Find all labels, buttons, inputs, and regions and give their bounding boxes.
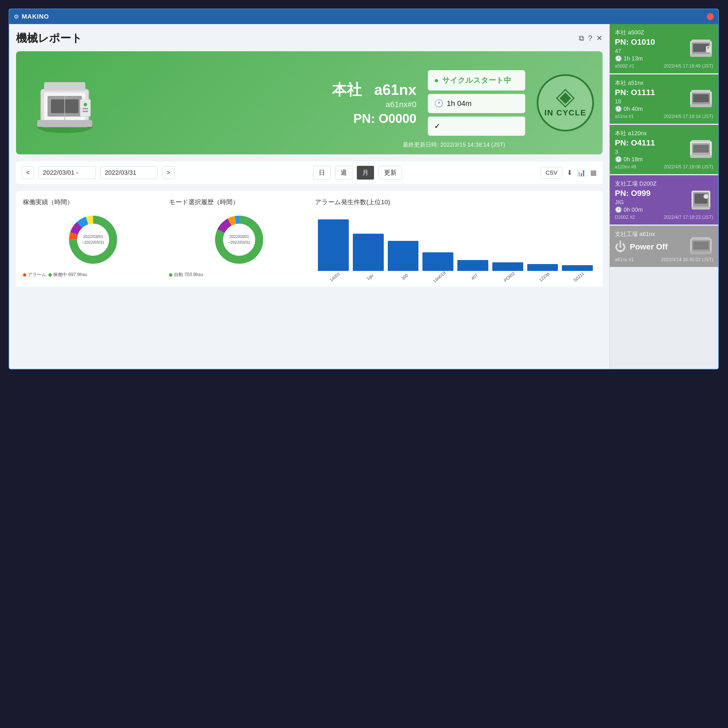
donut-chart-2: モード選択履歴（時間） 2022/03/01 ~2022/03 bbox=[169, 198, 309, 280]
csv-button[interactable]: CSV bbox=[541, 167, 562, 179]
mlc-count-2: 18 bbox=[615, 98, 655, 105]
svg-rect-27 bbox=[691, 40, 710, 42]
machine-info: 本社 a61nx a61nx#0 PN: O0000 bbox=[105, 80, 428, 126]
power-off-row: ⏻ Power Off bbox=[615, 240, 668, 253]
mlc-footer-4: D200Z #2 2022/4/7 17:19:23 (JST) bbox=[615, 215, 713, 220]
donut2-area: 2022/03/01 ~2022/03/31 bbox=[169, 211, 309, 268]
right-sidebar: 本社 a500Z PN: O1010 47 🕐 1h 13m bbox=[609, 24, 718, 369]
mlc-footer-5: a61nx #1 2022/4/14 16:45:02 (JST) bbox=[615, 257, 713, 262]
donut1-area: 2022/03/01 ~2022/03/31 bbox=[23, 211, 163, 268]
svg-rect-39 bbox=[691, 140, 710, 142]
date-end-input[interactable] bbox=[101, 167, 158, 179]
bar-1 bbox=[318, 219, 349, 271]
copy-icon[interactable]: ⧉ bbox=[579, 34, 584, 43]
period-week-button[interactable]: 週 bbox=[335, 166, 352, 180]
mlc-footer-2: a51nx #1 2022/4/5 17:19:14 (JST) bbox=[615, 114, 713, 119]
status-panels: ● サイクルスタート中 🕐 1h 04m ✓ bbox=[428, 70, 525, 136]
mlc-count-3: 3 bbox=[615, 148, 655, 155]
sidebar-machine-img-5 bbox=[689, 236, 713, 257]
mlc-img-2 bbox=[688, 88, 714, 110]
mlc-header-1: 本社 a500Z PN: O1010 47 🕐 1h 13m bbox=[615, 29, 713, 62]
svg-rect-11 bbox=[83, 111, 88, 112]
bar-2 bbox=[353, 234, 384, 271]
mlc-img-5 bbox=[688, 235, 714, 258]
controls-row: < 2022/03/01 - > 日 週 月 更新 CSV ⬇ 📊 ▦ bbox=[16, 161, 603, 184]
legend-item: 自動 703.9hsu bbox=[169, 272, 203, 278]
mlc-count-1: 47 bbox=[615, 48, 655, 54]
mlc-footer-3: a120nx #6 2022/4/5 17:19:06 (JST) bbox=[615, 164, 713, 170]
donut1-wrapper: 2022/03/01 ~2022/03/31 bbox=[67, 214, 119, 266]
app-logo: MAKINO bbox=[22, 13, 49, 20]
legend-dot-alarm bbox=[23, 273, 26, 277]
mlc-footer-1: a500Z #1 2022/4/5 17:19:49 (JST) bbox=[615, 64, 713, 69]
donut2-wrapper: 2022/03/01 ~2022/03/31 bbox=[213, 214, 265, 266]
svg-rect-10 bbox=[83, 108, 88, 109]
donut2-legend: 自動 703.9hsu bbox=[169, 272, 309, 278]
date-prev-button[interactable]: < bbox=[22, 167, 34, 179]
clock-icon: 🕐 bbox=[434, 99, 444, 108]
mlc-company-4: 支社工場 D200Z bbox=[615, 180, 657, 188]
table-icon[interactable]: ▦ bbox=[590, 169, 597, 177]
bar-col-2 bbox=[353, 234, 384, 271]
title-bar: ⚙ MAKINO bbox=[9, 9, 718, 24]
check-icon: ✓ bbox=[434, 122, 440, 131]
sidebar-card-d200z[interactable]: 支社工場 D200Z PN: O999 JIG 🕐 0h 00m bbox=[610, 175, 718, 225]
sidebar-card-a51nx[interactable]: 本社 a51nx PN: O1111 18 🕐 0h 40m bbox=[610, 75, 718, 124]
cycle-status-panel: ● サイクルスタート中 bbox=[428, 70, 525, 90]
page-title-row: 機械レポート ⧉ ? ✕ bbox=[16, 31, 603, 46]
content-area: 機械レポート ⧉ ? ✕ bbox=[9, 24, 609, 369]
legend-item: 稼働中 697.9hsu bbox=[48, 272, 87, 278]
mlc-jig-4: JIG bbox=[615, 199, 657, 206]
date-start: 2022/03/01 - bbox=[39, 167, 96, 179]
sidebar-card-a120nx[interactable]: 本社 a120nx PN: O4111 3 🕐 0h 18m bbox=[610, 125, 718, 174]
legend-dot-active bbox=[48, 273, 52, 277]
period-refresh-button[interactable]: 更新 bbox=[379, 166, 402, 180]
close-button[interactable] bbox=[707, 13, 714, 20]
title-bar-left: ⚙ MAKINO bbox=[14, 13, 49, 20]
donut1-legend: アラーム 稼働中 697.9hsu bbox=[23, 272, 163, 278]
mlc-header-5: 支社工場 a61nx ⏻ Power Off bbox=[615, 230, 713, 255]
download-icon[interactable]: ⬇ bbox=[567, 169, 572, 177]
in-cycle-badge: IN CYCLE bbox=[537, 74, 594, 132]
svg-rect-7 bbox=[44, 82, 85, 90]
donut1-center: 2022/03/01 ~2022/03/31 bbox=[82, 234, 104, 245]
cycle-time-text: 1h 04m bbox=[447, 99, 472, 108]
power-off-icon: ⏻ bbox=[615, 240, 626, 253]
close-icon[interactable]: ✕ bbox=[596, 34, 603, 43]
machine-pn: PN: O0000 bbox=[116, 112, 416, 126]
charts-row: 稼働実績（時間） bbox=[16, 191, 603, 287]
machine-image-area bbox=[24, 69, 105, 137]
sidebar-machine-img-3 bbox=[689, 139, 713, 161]
mlc-pn-3: PN: O4111 bbox=[615, 138, 655, 147]
in-cycle-icon bbox=[555, 88, 575, 108]
svg-point-9 bbox=[84, 103, 87, 106]
mlc-time-3: 🕐 0h 18m bbox=[615, 156, 655, 163]
chart-icon[interactable]: 📊 bbox=[577, 169, 586, 177]
donut-chart-1: 稼働実績（時間） bbox=[23, 198, 163, 280]
mlc-time-2: 🕐 0h 40m bbox=[615, 106, 655, 112]
mlc-company-1: 本社 a500Z bbox=[615, 29, 655, 37]
svg-rect-38 bbox=[690, 155, 712, 158]
svg-rect-47 bbox=[693, 242, 709, 249]
mlc-img-3 bbox=[688, 138, 714, 161]
donut1-title: 稼働実績（時間） bbox=[23, 198, 163, 206]
date-next-button[interactable]: > bbox=[162, 167, 175, 179]
sidebar-machine-img-2 bbox=[689, 89, 713, 110]
bar-col-1 bbox=[318, 219, 349, 271]
period-month-button[interactable]: 月 bbox=[357, 166, 374, 180]
in-cycle-text: IN CYCLE bbox=[544, 108, 587, 118]
svg-rect-6 bbox=[37, 120, 92, 127]
app-window: ⚙ MAKINO 機械レポート ⧉ ? ✕ bbox=[9, 9, 719, 369]
mlc-company-2: 本社 a51nx bbox=[615, 79, 655, 87]
help-icon[interactable]: ? bbox=[588, 34, 592, 43]
bar-chart-area: 14001 1gu 300 Lbo019 407 PORI2 1223p S02… bbox=[315, 211, 596, 280]
svg-rect-37 bbox=[693, 145, 709, 153]
sidebar-card-a61nx-poweroff[interactable]: 支社工場 a61nx ⏻ Power Off bbox=[610, 226, 718, 267]
mlc-pn-5: Power Off bbox=[630, 242, 668, 251]
svg-point-44 bbox=[704, 194, 708, 199]
mlc-header-4: 支社工場 D200Z PN: O999 JIG 🕐 0h 00m bbox=[615, 180, 713, 213]
sidebar-card-a500z[interactable]: 本社 a500Z PN: O1010 47 🕐 1h 13m bbox=[610, 24, 718, 73]
bar-labels-row: 14001 1gu 300 Lbo019 407 PORI2 1223p S02… bbox=[315, 271, 596, 280]
period-day-button[interactable]: 日 bbox=[313, 166, 330, 180]
svg-rect-32 bbox=[693, 94, 709, 102]
